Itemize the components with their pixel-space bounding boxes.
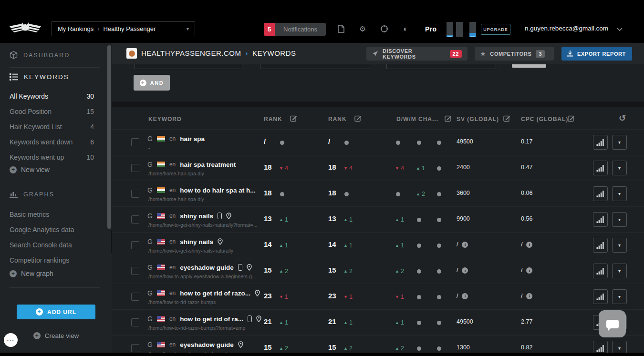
row-actions-dropdown-button[interactable]: ▾ — [612, 186, 627, 201]
upgrade-button[interactable]: UPGRADE — [481, 24, 510, 35]
globe-target-icon[interactable] — [380, 25, 388, 33]
row-actions-dropdown-button[interactable]: ▾ — [612, 289, 627, 304]
edit-column-icon[interactable] — [290, 115, 297, 122]
document-icon[interactable] — [337, 25, 345, 33]
row-checkbox[interactable] — [131, 164, 139, 172]
metric-value: 49500 — [457, 138, 473, 145]
row-actions-dropdown-button[interactable]: ▾ — [612, 264, 627, 278]
row-history-button[interactable] — [593, 135, 608, 150]
row-history-button[interactable] — [593, 186, 608, 201]
graphs-list: Basic metricsGoogle Analytics dataSearch… — [0, 207, 112, 268]
row-actions-dropdown-button[interactable]: ▾ — [612, 161, 627, 175]
keyword-link[interactable]: how to get rid of ra... — [180, 315, 243, 323]
sidebar-view-item-1[interactable]: Good Position15 — [0, 104, 112, 119]
metric-value: 3600 — [457, 190, 470, 196]
plus-circle-icon: + — [10, 270, 17, 277]
reset-columns-icon[interactable]: ↺ — [619, 113, 626, 123]
sidebar-item-graphs[interactable]: GRAPHS — [10, 191, 54, 198]
gear-icon[interactable]: ⚙ — [358, 25, 367, 33]
column-header-sv-global[interactable]: SV (GLOBAL) — [457, 116, 499, 122]
sidebar-item-keywords[interactable]: KEYWORDS — [10, 73, 69, 81]
row-checkbox[interactable] — [131, 293, 139, 301]
keyword-link[interactable]: eyeshadow guide — [180, 264, 234, 271]
keyword-link[interactable]: hair spa — [180, 135, 205, 142]
info-icon[interactable]: i — [526, 267, 532, 274]
sidebar-view-item-3[interactable]: Keywords went down6 — [0, 134, 112, 150]
row-checkbox[interactable] — [131, 138, 139, 146]
info-icon[interactable]: i — [526, 242, 532, 248]
chat-widget-button[interactable] — [599, 310, 626, 337]
gray-dot-icon — [280, 192, 284, 196]
row-checkbox[interactable] — [131, 190, 139, 198]
column-header-dwm-change[interactable]: D/W/M CHA... — [396, 116, 438, 122]
keyword-link[interactable]: shiny nails — [180, 213, 213, 220]
column-header-keyword[interactable]: KEYWORD — [148, 116, 182, 122]
row-actions-dropdown-button[interactable]: ▾ — [612, 212, 627, 227]
sidebar-item-label: KEYWORDS — [24, 73, 69, 81]
row-history-button[interactable] — [593, 289, 608, 304]
chat-launcher-dots[interactable]: ··· — [4, 333, 18, 347]
caret-down-icon: ▾ — [618, 165, 621, 171]
row-actions-dropdown-button[interactable]: ▾ — [612, 238, 627, 253]
keyword-link[interactable]: shiny nails — [180, 238, 213, 245]
condition-filter-input[interactable] — [260, 64, 371, 69]
location-pin-icon — [218, 238, 223, 245]
site-domain[interactable]: HEALTHYPASSENGER.COM — [141, 49, 241, 57]
export-report-button[interactable]: EXPORT REPORT — [561, 47, 632, 61]
row-checkbox[interactable] — [131, 318, 139, 326]
sidebar-graph-item-1[interactable]: Google Analytics data — [0, 222, 112, 237]
row-actions-dropdown-button[interactable]: ▾ — [612, 135, 627, 150]
row-history-button[interactable] — [593, 212, 608, 227]
ranking-history-chart-icon — [596, 345, 604, 352]
keyword-link[interactable]: eyeshadow guide — [180, 341, 234, 348]
column-header-cpc-global[interactable]: CPC (GLOBAL) — [521, 116, 568, 122]
project-breadcrumb-dropdown[interactable]: My Rankings › Healthy Passenger ▾ — [52, 21, 195, 36]
competitors-button[interactable]: ★ COMPETITORS 3 — [475, 47, 554, 61]
row-checkbox[interactable] — [131, 344, 139, 352]
column-header-rank-1[interactable]: RANK — [264, 116, 282, 122]
rank-change-down: ▼1 — [279, 292, 288, 302]
keyword-cell: Genhair spa treatment — [147, 160, 236, 169]
sidebar-graph-item-0[interactable]: Basic metrics — [0, 207, 112, 222]
contrast-icon[interactable]: ◐ — [401, 25, 410, 33]
notifications-button[interactable]: Notifications — [275, 23, 326, 36]
info-icon[interactable]: i — [462, 293, 468, 299]
value-filter-input[interactable] — [386, 64, 496, 69]
mobile-device-icon — [248, 315, 252, 322]
edit-column-icon[interactable] — [354, 115, 362, 122]
column-header-rank-2[interactable]: RANK — [328, 116, 347, 122]
keyword-link[interactable]: how to do hair spa at h... — [180, 187, 255, 194]
sidebar-view-item-0[interactable]: All Keywords30 — [0, 89, 112, 104]
sidebar-graph-item-2[interactable]: Search Console data — [0, 237, 112, 253]
keyword-link[interactable]: how to get rid of razo... — [180, 290, 250, 297]
edit-column-icon[interactable] — [445, 115, 452, 122]
and-filter-button[interactable]: + AND — [134, 75, 170, 91]
keyword-link[interactable]: hair spa treatment — [180, 161, 236, 168]
keyword-filter-input[interactable] — [135, 64, 242, 69]
edit-column-icon[interactable] — [568, 115, 575, 122]
row-checkbox[interactable] — [131, 267, 139, 275]
sidebar-item-dashboard[interactable]: DASHBOARD — [10, 51, 70, 59]
info-icon[interactable]: i — [462, 242, 468, 248]
info-icon[interactable]: i — [462, 267, 468, 274]
new-view-button[interactable]: + New view — [10, 166, 50, 173]
row-checkbox[interactable] — [131, 241, 139, 249]
add-url-button[interactable]: + ADD URL — [17, 305, 95, 319]
edit-column-icon[interactable] — [503, 115, 510, 122]
language-label: en — [169, 264, 176, 271]
filter-apply-button-partial[interactable] — [512, 64, 546, 68]
row-history-button[interactable] — [593, 161, 608, 175]
row-history-button[interactable] — [593, 264, 608, 278]
new-graph-button[interactable]: + New graph — [10, 270, 53, 277]
top-bar: My Rankings › Healthy Passenger ▾ 5 Noti… — [0, 0, 644, 43]
info-icon[interactable]: i — [526, 293, 532, 299]
add-url-label: ADD URL — [47, 309, 76, 315]
gray-dot-icon — [437, 346, 441, 351]
account-menu[interactable]: n.guyen.rebecca@gmail.com — [525, 25, 608, 32]
sidebar-view-item-2[interactable]: Hair Keyword List4 — [0, 119, 112, 134]
row-checkbox[interactable] — [131, 215, 139, 224]
discover-keywords-button[interactable]: DISCOVER KEYWORDS 22 — [366, 47, 467, 61]
row-history-button[interactable] — [593, 238, 608, 253]
sidebar-graph-item-3[interactable]: Competitor rankings — [0, 253, 112, 268]
sidebar-view-item-4[interactable]: Keywords went up10 — [0, 150, 112, 165]
